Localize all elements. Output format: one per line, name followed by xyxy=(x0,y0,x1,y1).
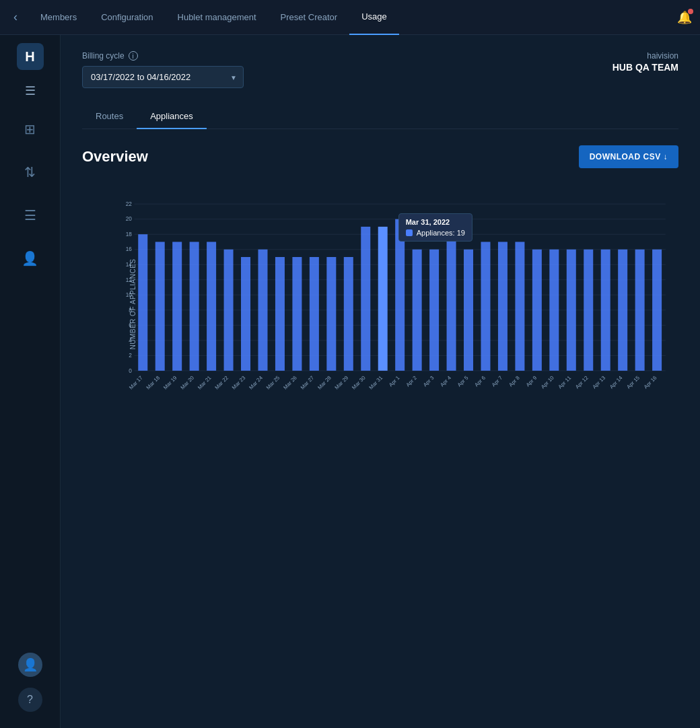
chart-inner: NUMBER OF APPLIANCES 0246810121416182022… xyxy=(116,188,672,420)
x-label-Apr-16: Apr 16 xyxy=(643,375,658,390)
info-icon[interactable]: i xyxy=(129,51,138,61)
bar-Apr-8[interactable] xyxy=(515,242,524,370)
bar-Mar-28[interactable] xyxy=(326,257,336,371)
x-label-Apr-4: Apr 4 xyxy=(439,375,452,388)
sidebar: H ☰ ⊞⇅☰👤 👤 ? xyxy=(0,35,61,728)
x-label-Apr-5: Apr 5 xyxy=(456,375,470,388)
user-avatar[interactable]: 👤 xyxy=(18,653,42,677)
nav-link-usage[interactable]: Usage xyxy=(349,0,399,35)
bar-Apr-6[interactable] xyxy=(481,242,490,370)
notifications-bell[interactable]: 🔔 xyxy=(677,10,692,25)
x-label-Mar-21: Mar 21 xyxy=(197,375,213,391)
bar-Mar-18[interactable] xyxy=(155,242,165,370)
x-label-Apr-14: Apr 14 xyxy=(608,375,624,390)
x-label-Mar-26: Mar 26 xyxy=(282,375,298,391)
bar-Mar-21[interactable] xyxy=(207,242,216,370)
x-label-Mar-25: Mar 25 xyxy=(265,375,281,391)
billing-section: Billing cycle i 03/17/2022 to 04/16/2022 xyxy=(82,51,244,88)
billing-row: Billing cycle i 03/17/2022 to 04/16/2022… xyxy=(82,51,678,88)
sidebar-bottom: 👤 ? xyxy=(18,653,42,720)
bar-Apr-7[interactable] xyxy=(498,242,508,370)
bar-Apr-1[interactable] xyxy=(395,219,405,371)
bar-Apr-9[interactable] xyxy=(532,250,542,371)
y-axis-label: NUMBER OF APPLIANCES xyxy=(129,258,137,349)
tab-appliances[interactable]: Appliances xyxy=(137,104,207,129)
bar-Apr-5[interactable] xyxy=(464,250,473,371)
x-label-Mar-31: Mar 31 xyxy=(368,375,384,391)
bar-Mar-24[interactable] xyxy=(258,250,267,371)
x-label-Mar-30: Mar 30 xyxy=(351,375,367,391)
sidebar-logo: H xyxy=(17,43,44,70)
x-label-Apr-15: Apr 15 xyxy=(625,375,641,390)
x-label-Mar-22: Mar 22 xyxy=(213,375,230,391)
tabs: RoutesAppliances xyxy=(82,104,678,129)
bar-Mar-25[interactable] xyxy=(275,257,285,371)
bar-Mar-29[interactable] xyxy=(344,257,353,371)
x-label-Apr-10: Apr 10 xyxy=(540,375,555,390)
x-label-Mar-19: Mar 19 xyxy=(162,375,178,391)
x-label-Apr-2: Apr 2 xyxy=(405,375,419,388)
svg-text:16: 16 xyxy=(126,246,133,252)
svg-text:0: 0 xyxy=(129,368,132,374)
x-label-Apr-11: Apr 11 xyxy=(557,375,573,390)
bar-Mar-30[interactable] xyxy=(361,227,370,371)
download-csv-button[interactable]: DOWNLOAD CSV ↓ xyxy=(579,145,678,168)
x-label-Mar-27: Mar 27 xyxy=(300,375,316,391)
bar-Apr-16[interactable] xyxy=(652,250,662,371)
help-button[interactable]: ? xyxy=(18,688,42,712)
sidebar-icon-appliances[interactable]: ☰ xyxy=(15,201,45,230)
bar-Mar-26[interactable] xyxy=(292,257,302,371)
sidebar-icon-security[interactable]: 👤 xyxy=(15,244,45,273)
bar-Apr-3[interactable] xyxy=(429,250,439,371)
x-label-Mar-17: Mar 17 xyxy=(128,375,144,391)
nav-links: MembersConfigurationHublet managementPre… xyxy=(28,0,677,35)
x-label-Mar-23: Mar 23 xyxy=(231,375,247,391)
svg-text:20: 20 xyxy=(126,216,133,222)
bar-Mar-22[interactable] xyxy=(224,250,234,371)
x-label-Mar-24: Mar 24 xyxy=(248,375,264,391)
nav-link-hublet-management[interactable]: Hublet management xyxy=(166,0,269,35)
nav-link-members[interactable]: Members xyxy=(28,0,89,35)
back-button[interactable]: ‹ xyxy=(8,10,23,24)
notification-dot xyxy=(688,9,693,14)
nav-link-configuration[interactable]: Configuration xyxy=(89,0,165,35)
billing-cycle-select[interactable]: 03/17/2022 to 04/16/2022 xyxy=(82,66,244,88)
tab-routes[interactable]: Routes xyxy=(82,104,137,129)
x-label-Mar-18: Mar 18 xyxy=(145,375,162,391)
x-label-Apr-8: Apr 8 xyxy=(508,375,521,388)
x-label-Apr-7: Apr 7 xyxy=(491,375,504,388)
top-nav: ‹ MembersConfigurationHublet managementP… xyxy=(0,0,700,35)
bar-Apr-15[interactable] xyxy=(635,250,645,371)
sidebar-icon-routes[interactable]: ⇅ xyxy=(15,157,45,187)
org-name-small: haivision xyxy=(612,51,678,61)
bar-Apr-11[interactable] xyxy=(567,250,576,371)
x-label-Apr-12: Apr 12 xyxy=(574,375,590,390)
bar-chart: 0246810121416182022Mar 17Mar 18Mar 19Mar… xyxy=(116,188,672,417)
billing-select-wrapper: 03/17/2022 to 04/16/2022 xyxy=(82,66,244,88)
svg-text:2: 2 xyxy=(129,353,132,359)
menu-button[interactable]: ☰ xyxy=(25,83,36,98)
svg-text:18: 18 xyxy=(126,231,133,238)
overview-header: Overview DOWNLOAD CSV ↓ xyxy=(82,145,678,168)
svg-text:22: 22 xyxy=(126,201,133,207)
bar-Mar-23[interactable] xyxy=(241,257,250,371)
bar-Mar-19[interactable] xyxy=(172,242,182,370)
bar-Apr-10[interactable] xyxy=(549,250,559,371)
bar-Mar-20[interactable] xyxy=(190,242,199,370)
bar-Apr-12[interactable] xyxy=(584,250,593,371)
org-info: haivision HUB QA TEAM xyxy=(612,51,678,73)
x-label-Apr-13: Apr 13 xyxy=(592,375,607,390)
bar-Mar-27[interactable] xyxy=(310,257,319,371)
x-label-Mar-20: Mar 20 xyxy=(180,375,196,391)
bar-Apr-2[interactable] xyxy=(413,250,422,371)
x-label-Apr-1: Apr 1 xyxy=(388,375,401,388)
bar-Mar-17[interactable] xyxy=(138,234,147,371)
sidebar-icon-dashboard[interactable]: ⊞ xyxy=(15,114,45,144)
x-label-Mar-29: Mar 29 xyxy=(334,375,350,391)
bar-Apr-4[interactable] xyxy=(447,227,456,371)
bar-Mar-31[interactable] xyxy=(378,227,388,371)
bar-Apr-14[interactable] xyxy=(618,250,627,371)
nav-link-preset-creator[interactable]: Preset Creator xyxy=(269,0,350,35)
bar-Apr-13[interactable] xyxy=(601,250,610,371)
overview-title: Overview xyxy=(82,148,148,166)
